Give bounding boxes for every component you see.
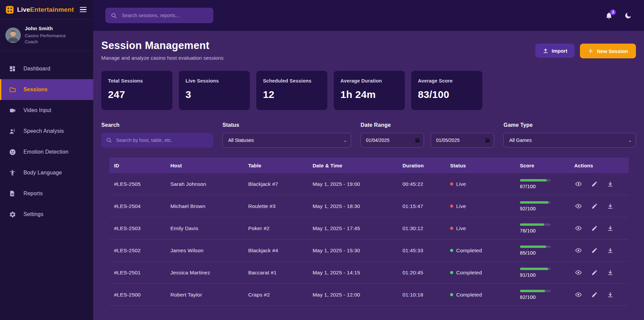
cell-host: Emily Davis <box>166 225 244 231</box>
cell-actions <box>570 268 629 277</box>
cell-score: 92/100 <box>515 201 570 211</box>
table-row[interactable]: #LES-2505 Sarah Johnson Blackjack #7 May… <box>109 173 629 195</box>
edit-session-button[interactable] <box>591 247 598 254</box>
sidebar-nav: Dashboard Sessions Video Input Speech An… <box>0 58 93 225</box>
filter-date-range: Date Range <box>361 122 494 148</box>
edit-session-button[interactable] <box>591 202 598 210</box>
dashboard-icon <box>9 65 16 72</box>
cell-id: #LES-2504 <box>109 203 166 209</box>
cell-host: James Wilson <box>166 248 244 254</box>
eye-icon <box>575 225 582 232</box>
view-session-button[interactable] <box>574 224 583 232</box>
table-row[interactable]: #LES-2503 Emily Davis Poker #2 May 1, 20… <box>109 217 629 239</box>
edit-session-button[interactable] <box>591 224 598 232</box>
page-title: Session Management <box>101 40 223 52</box>
pencil-icon <box>591 247 598 254</box>
download-session-button[interactable] <box>606 180 614 188</box>
score-bar-fill <box>520 201 548 204</box>
sidebar-item-sessions[interactable]: Sessions <box>0 79 93 100</box>
score-label: 91/100 <box>520 272 570 278</box>
sidebar-item-video-input[interactable]: Video Input <box>0 100 93 121</box>
cell-datetime: May 1, 2025 - 17:45 <box>308 225 398 231</box>
cell-datetime: May 1, 2025 - 14:15 <box>308 270 398 276</box>
cell-datetime: May 1, 2025 - 12:00 <box>308 292 398 298</box>
notifications-button[interactable]: 3 <box>605 12 613 19</box>
gear-icon <box>9 211 16 218</box>
download-icon <box>607 203 613 209</box>
eye-icon <box>575 247 582 254</box>
status-dot <box>450 205 453 208</box>
download-session-button[interactable] <box>606 247 614 254</box>
topbar-actions: 3 <box>605 12 632 19</box>
sidebar-item-body-language[interactable]: Body Language <box>0 162 93 183</box>
cell-datetime: May 1, 2025 - 18:30 <box>308 203 398 209</box>
view-session-button[interactable] <box>574 180 583 188</box>
user-name: John Smith <box>25 25 72 31</box>
status-select[interactable]: All Statuses <box>222 133 351 148</box>
edit-session-button[interactable] <box>591 291 598 299</box>
table-row[interactable]: #LES-2504 Michael Brown Roulette #3 May … <box>109 195 629 217</box>
user-role: Casino Performance Coach <box>25 33 72 45</box>
sidebar-item-reports[interactable]: Reports <box>0 183 93 204</box>
edit-session-button[interactable] <box>591 180 598 188</box>
cell-status: Completed <box>445 270 515 276</box>
table-row[interactable]: #LES-2502 James Wilson Blackjack #4 May … <box>109 239 629 262</box>
cell-duration: 00:45:22 <box>398 181 445 187</box>
pencil-icon <box>591 203 598 209</box>
new-session-button[interactable]: New Session <box>580 44 636 58</box>
global-search-input[interactable] <box>122 13 208 18</box>
filter-bar: Search Status All Statuses ⌄ Date Range <box>101 122 636 148</box>
stat-card-total-sessions: Total Sessions 247 <box>101 71 172 110</box>
cell-host: Robert Taylor <box>166 292 244 298</box>
pencil-icon <box>591 181 598 187</box>
cell-id: #LES-2501 <box>109 270 166 276</box>
voice-icon <box>9 128 16 135</box>
brand-name: LiveEntertainment <box>17 6 74 13</box>
edit-session-button[interactable] <box>591 269 598 276</box>
upload-icon <box>543 48 548 54</box>
sidebar-item-dashboard[interactable]: Dashboard <box>0 58 93 79</box>
game-type-select[interactable]: All Games <box>503 133 636 148</box>
score-label: 92/100 <box>520 206 570 211</box>
dark-mode-toggle[interactable] <box>624 12 632 19</box>
cell-duration: 01:15:47 <box>398 203 445 209</box>
download-session-button[interactable] <box>606 224 614 232</box>
video-camera-icon <box>9 107 16 114</box>
download-icon <box>607 225 613 231</box>
score-bar <box>520 290 551 292</box>
download-session-button[interactable] <box>606 269 614 276</box>
filter-search: Search <box>101 122 213 148</box>
view-session-button[interactable] <box>574 202 583 210</box>
view-session-button[interactable] <box>574 246 583 255</box>
cell-actions <box>570 224 629 232</box>
status-label: Live <box>456 203 466 209</box>
download-session-button[interactable] <box>606 202 614 210</box>
cell-host: Jessica Martinez <box>166 270 244 276</box>
score-bar <box>520 268 551 270</box>
sidebar-item-speech-analysis[interactable]: Speech Analysis <box>0 121 93 142</box>
status-dot <box>450 249 453 252</box>
menu-toggle-button[interactable] <box>78 6 88 14</box>
view-session-button[interactable] <box>574 290 583 299</box>
table-row[interactable]: #LES-2501 Jessica Martinez Baccarat #1 M… <box>109 262 629 284</box>
import-button[interactable]: Import <box>535 44 575 58</box>
cell-id: #LES-2500 <box>109 292 166 298</box>
avatar <box>5 28 21 43</box>
pencil-icon <box>591 225 598 231</box>
cell-datetime: May 1, 2025 - 19:00 <box>308 181 398 187</box>
sidebar-item-emotion-detection[interactable]: Emotion Detection <box>0 142 93 162</box>
table-row[interactable]: #LES-2500 Robert Taylor Craps #2 May 1, … <box>109 284 629 306</box>
status-label: Completed <box>456 270 482 276</box>
notification-badge: 3 <box>610 9 616 15</box>
main-area: 3 Session Management Manage and analyze … <box>93 0 644 320</box>
sidebar-item-settings[interactable]: Settings <box>0 204 93 225</box>
cell-table: Poker #2 <box>244 225 308 231</box>
folder-icon <box>9 86 16 93</box>
status-label: Completed <box>456 292 482 298</box>
person-icon <box>9 169 16 176</box>
download-icon <box>607 291 613 298</box>
global-search[interactable] <box>105 8 213 23</box>
view-session-button[interactable] <box>574 268 583 277</box>
download-session-button[interactable] <box>606 291 614 299</box>
filter-search-input[interactable] <box>116 138 208 143</box>
